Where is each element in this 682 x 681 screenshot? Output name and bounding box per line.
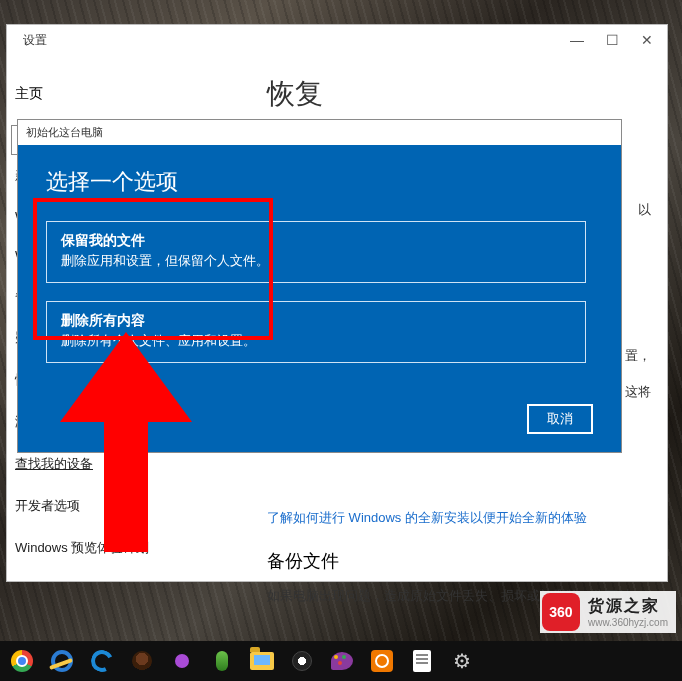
taskbar-purple-icon[interactable] xyxy=(164,643,200,679)
option-remove-all-desc: 删除所有个人文件、应用和设置。 xyxy=(61,332,571,350)
taskbar: ⚙ xyxy=(0,641,682,681)
close-button[interactable]: ✕ xyxy=(641,32,653,48)
sidebar-item-insider[interactable]: Windows 预览体验计划 xyxy=(11,527,247,569)
minimize-button[interactable]: — xyxy=(570,32,584,48)
taskbar-folder-icon[interactable] xyxy=(244,643,280,679)
dialog-title: 初始化这台电脑 xyxy=(18,120,621,145)
option-keep-files-desc: 删除应用和设置，但保留个人文件。 xyxy=(61,252,571,270)
cancel-button[interactable]: 取消 xyxy=(527,404,593,434)
taskbar-gear-icon[interactable]: ⚙ xyxy=(444,643,480,679)
taskbar-doc-icon[interactable] xyxy=(404,643,440,679)
option-remove-all-title: 删除所有内容 xyxy=(61,312,571,330)
reset-dialog: 初始化这台电脑 选择一个选项 保留我的文件 删除应用和设置，但保留个人文件。 删… xyxy=(17,119,622,453)
option-keep-files[interactable]: 保留我的文件 删除应用和设置，但保留个人文件。 xyxy=(46,221,586,283)
taskbar-chrome-icon[interactable] xyxy=(4,643,40,679)
watermark-cn: 货源之家 xyxy=(588,596,668,617)
settings-title: 设置 xyxy=(15,32,570,49)
option-remove-all[interactable]: 删除所有内容 删除所有个人文件、应用和设置。 xyxy=(46,301,586,363)
sidebar-home[interactable]: 主页 xyxy=(11,77,247,125)
sidebar-item-developer[interactable]: 开发者选项 xyxy=(11,485,247,527)
taskbar-palette-icon[interactable] xyxy=(324,643,360,679)
taskbar-brush-icon[interactable] xyxy=(284,643,320,679)
watermark-en: www.360hyzj.com xyxy=(588,617,668,628)
page-heading: 恢复 xyxy=(267,75,651,113)
taskbar-edge-icon[interactable] xyxy=(84,643,120,679)
maximize-button[interactable]: ☐ xyxy=(606,32,619,48)
taskbar-orange-icon[interactable] xyxy=(364,643,400,679)
watermark: 360 货源之家 www.360hyzj.com xyxy=(540,591,676,633)
taskbar-green-icon[interactable] xyxy=(204,643,240,679)
watermark-logo: 360 xyxy=(542,593,580,631)
taskbar-ie-icon[interactable] xyxy=(44,643,80,679)
option-keep-files-title: 保留我的文件 xyxy=(61,232,571,250)
backup-heading: 备份文件 xyxy=(267,549,651,573)
learn-link[interactable]: 了解如何进行 Windows 的全新安装以便开始全新的体验 xyxy=(267,509,651,527)
dialog-heading: 选择一个选项 xyxy=(46,167,593,197)
settings-titlebar: 设置 — ☐ ✕ xyxy=(7,25,667,55)
taskbar-cup-icon[interactable] xyxy=(124,643,160,679)
